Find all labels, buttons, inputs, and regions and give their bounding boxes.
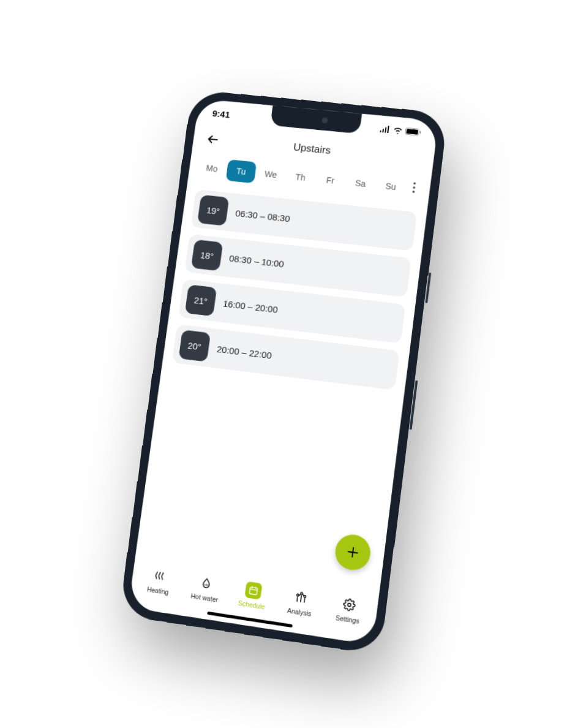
nav-settings[interactable]: Settings: [323, 593, 375, 627]
nav-label: Schedule: [238, 599, 265, 611]
heating-icon: [153, 569, 167, 583]
nav-label: Hot water: [190, 592, 219, 604]
hotwater-icon: [200, 577, 213, 591]
time-range: 08:30 – 10:00: [229, 252, 285, 268]
arrow-left-icon: [206, 132, 220, 146]
back-button[interactable]: [203, 130, 223, 149]
svg-line-10: [250, 589, 257, 590]
day-we[interactable]: We: [255, 162, 287, 186]
nav-heating[interactable]: Heating: [134, 565, 184, 598]
svg-rect-2: [419, 131, 421, 134]
gear-icon: [342, 597, 356, 612]
day-mo[interactable]: Mo: [197, 156, 228, 180]
nav-analysis[interactable]: Analysis: [275, 586, 326, 620]
signal-icon: [379, 125, 391, 133]
battery-icon: [405, 127, 421, 136]
day-tu[interactable]: Tu: [226, 159, 257, 183]
screen: 9:41 Upstairs Mo Tu We Th Fr Sa: [128, 99, 438, 645]
day-su[interactable]: Su: [375, 174, 407, 199]
schedule-list: 19° 06:30 – 08:30 18° 08:30 – 10:00 21° …: [135, 180, 429, 594]
day-th[interactable]: Th: [285, 165, 316, 190]
temperature-badge: 21°: [185, 284, 217, 316]
nav-label: Heating: [146, 585, 169, 596]
analysis-icon: [294, 591, 308, 605]
wifi-icon: [392, 126, 403, 134]
svg-point-19: [348, 603, 351, 607]
more-vertical-icon: [412, 182, 416, 193]
svg-rect-1: [406, 129, 418, 135]
svg-point-4: [413, 182, 416, 184]
time-range: 16:00 – 20:00: [222, 298, 278, 314]
temperature-badge: 18°: [191, 240, 223, 271]
time-range: 06:30 – 08:30: [235, 208, 291, 224]
page-title: Upstairs: [293, 142, 331, 157]
calendar-icon: [248, 585, 259, 596]
svg-point-6: [413, 191, 415, 193]
temperature-badge: 19°: [197, 195, 229, 226]
nav-hotwater[interactable]: Hot water: [181, 572, 231, 605]
status-indicators: [379, 125, 421, 136]
temperature-badge: 20°: [178, 330, 211, 362]
phone-frame: 9:41 Upstairs Mo Tu We Th Fr Sa: [119, 89, 448, 655]
svg-line-16: [297, 597, 298, 601]
status-time: 9:41: [212, 108, 231, 119]
nav-label: Settings: [335, 614, 359, 625]
svg-rect-9: [249, 587, 257, 595]
nav-schedule[interactable]: Schedule: [227, 579, 278, 612]
more-options-button[interactable]: [406, 181, 422, 197]
svg-point-5: [413, 186, 415, 189]
day-fr[interactable]: Fr: [315, 169, 347, 193]
day-sa[interactable]: Sa: [345, 171, 377, 195]
nav-label: Analysis: [287, 607, 312, 618]
svg-line-18: [304, 599, 305, 602]
svg-line-17: [301, 596, 301, 602]
time-range: 20:00 – 22:00: [216, 343, 272, 360]
